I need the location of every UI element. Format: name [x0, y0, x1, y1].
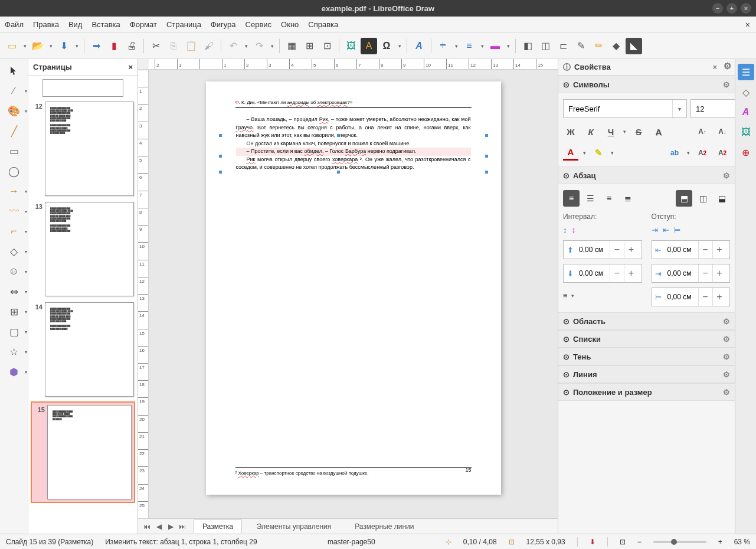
align-dropdown[interactable]: ▾: [453, 43, 460, 49]
indent-after-spinner[interactable]: ⇥−+: [652, 264, 731, 283]
section-paragraph[interactable]: ⊙Абзац⚙: [558, 166, 735, 184]
line-tool[interactable]: ╱: [6, 124, 22, 138]
gear-icon[interactable]: ⚙: [723, 388, 730, 397]
font-color-button[interactable]: A: [563, 145, 578, 161]
inc-spacing-icon[interactable]: ↕: [563, 226, 567, 234]
section-lists[interactable]: ⊙Списки⚙: [558, 330, 735, 348]
stars-tool[interactable]: ☆▾: [6, 345, 22, 359]
export-button[interactable]: ➡: [88, 38, 104, 54]
zoom-out-button[interactable]: −: [637, 538, 642, 546]
gallery-tab[interactable]: 🖼: [738, 124, 754, 140]
indent-before-spinner[interactable]: ⇤−+: [652, 240, 731, 259]
paste-button[interactable]: 📋: [183, 38, 199, 54]
menu-format[interactable]: Формат: [130, 20, 157, 29]
section-line[interactable]: ⊙Линия⚙: [558, 365, 735, 383]
dec-button[interactable]: −: [610, 264, 624, 282]
pages-panel-close[interactable]: ×: [128, 63, 133, 71]
italic-button[interactable]: К: [583, 124, 598, 139]
insert-special-char-button[interactable]: Ω: [378, 38, 395, 54]
insert-textbox-button[interactable]: A: [361, 38, 377, 54]
tab-controls[interactable]: Элементы управления: [248, 519, 340, 534]
align-left-button[interactable]: ≡: [563, 190, 580, 207]
dec-spacing-icon[interactable]: ↨: [572, 226, 576, 234]
filter-button[interactable]: ✎: [572, 38, 589, 54]
block-arrows-tool[interactable]: ⇔▾: [6, 285, 22, 299]
close-button[interactable]: ×: [741, 3, 751, 14]
font-size-input[interactable]: [691, 100, 735, 117]
page-thumb-13[interactable]: 13████████████████████ ████ █████ ██████…: [31, 201, 135, 298]
select-tool[interactable]: [6, 64, 22, 78]
gear-icon[interactable]: ⚙: [723, 317, 730, 326]
new-button[interactable]: ▭: [4, 38, 20, 54]
export-pdf-button[interactable]: ▮: [106, 38, 122, 54]
page-thumb-14[interactable]: 14████████████████████ ████ █████ ██████…: [31, 301, 135, 398]
3d-tool[interactable]: ⬢▾: [6, 365, 22, 379]
selected-text-block[interactable]: – Ваша лошадь, – процедил Рик, – тоже мо…: [235, 115, 472, 172]
redo-dropdown[interactable]: ▾: [269, 43, 276, 49]
undo-dropdown[interactable]: ▾: [243, 43, 250, 49]
chevron-down-icon[interactable]: ▾: [672, 100, 686, 117]
basic-shapes-tool[interactable]: ◇▾: [6, 244, 22, 259]
align-right-button[interactable]: ≡: [601, 190, 617, 207]
dec-button[interactable]: −: [610, 241, 624, 259]
menu-tools[interactable]: Сервис: [246, 20, 272, 29]
zoom-fit-icon[interactable]: ⊡: [620, 538, 626, 546]
menu-help[interactable]: Справка: [308, 20, 338, 29]
menu-view[interactable]: Вид: [68, 20, 83, 29]
fill-color-tool[interactable]: 🎨▾: [6, 104, 22, 118]
inc-button[interactable]: +: [624, 241, 638, 259]
inc-button[interactable]: +: [712, 264, 726, 282]
tab-nav-next[interactable]: ▶: [165, 521, 176, 532]
extrusion-button[interactable]: ◣: [626, 38, 642, 54]
valign-middle-button[interactable]: ◫: [695, 190, 711, 207]
cut-button[interactable]: ✂: [148, 38, 164, 54]
decrease-font-button[interactable]: A↓: [715, 124, 730, 139]
superscript-button[interactable]: A2: [695, 145, 710, 161]
subscript-button[interactable]: A2: [715, 145, 730, 161]
properties-tab[interactable]: ☰: [738, 64, 754, 80]
save-button[interactable]: ⬇: [55, 38, 72, 54]
special-char-dropdown[interactable]: ▾: [396, 43, 403, 49]
flowchart-tool[interactable]: ⊞▾: [6, 305, 22, 319]
shapes-tab[interactable]: ◇: [738, 84, 754, 100]
align-objects-button[interactable]: ⫩: [435, 38, 451, 54]
page-thumb-15[interactable]: 15████████████████████ ████ ████████████…: [31, 401, 135, 503]
align-justify-button[interactable]: ≣: [620, 190, 636, 207]
dec-button[interactable]: −: [698, 288, 712, 306]
styles-tab[interactable]: A: [738, 104, 754, 120]
fontwork-button[interactable]: A: [411, 38, 427, 54]
copy-button[interactable]: ⎘: [165, 38, 182, 54]
valign-top-button[interactable]: ⬒: [676, 190, 692, 207]
dec-button[interactable]: −: [698, 241, 712, 259]
menu-shape[interactable]: Фигура: [211, 20, 236, 29]
crop-button[interactable]: ⊏: [555, 38, 571, 54]
minimize-button[interactable]: −: [712, 3, 723, 14]
tab-nav-prev[interactable]: ◀: [153, 521, 164, 532]
group-button[interactable]: ◫: [537, 38, 554, 54]
page-15[interactable]: Ф. К. Дик. «Мечтают ли андроиды об элект…: [206, 81, 501, 495]
inc-button[interactable]: +: [712, 241, 726, 259]
menu-insert[interactable]: Вставка: [91, 20, 120, 29]
horizontal-ruler[interactable]: 2112345678910111213141516171819202122: [149, 59, 558, 70]
gear-icon[interactable]: ⚙: [723, 370, 730, 379]
connector-tool[interactable]: ⌐▾: [6, 224, 22, 238]
navigator-tab[interactable]: ⊕: [738, 144, 754, 161]
valign-bottom-button[interactable]: ⬓: [714, 190, 730, 207]
zoom-in-button[interactable]: +: [718, 538, 722, 546]
sidebar-close[interactable]: ×: [712, 63, 717, 71]
distribute-dropdown[interactable]: ▾: [505, 43, 512, 49]
open-dropdown[interactable]: ▾: [47, 43, 54, 49]
line-color-tool[interactable]: ∕▾: [6, 84, 22, 98]
inc-indent-icon[interactable]: ⇥: [652, 226, 658, 234]
gear-icon[interactable]: ⚙: [723, 352, 730, 361]
clone-button[interactable]: 🖌: [201, 38, 217, 54]
char-spacing-button[interactable]: ab: [667, 145, 682, 161]
status-zoom[interactable]: 63 %: [734, 538, 750, 546]
gear-icon[interactable]: ⚙: [723, 171, 730, 180]
new-dropdown[interactable]: ▾: [21, 43, 28, 49]
print-button[interactable]: 🖨: [123, 38, 140, 54]
line-spacing-button[interactable]: ≡: [563, 291, 568, 300]
font-name-input[interactable]: [564, 100, 672, 117]
arrow-tool[interactable]: →▾: [6, 184, 22, 198]
save-dropdown[interactable]: ▾: [73, 43, 80, 49]
